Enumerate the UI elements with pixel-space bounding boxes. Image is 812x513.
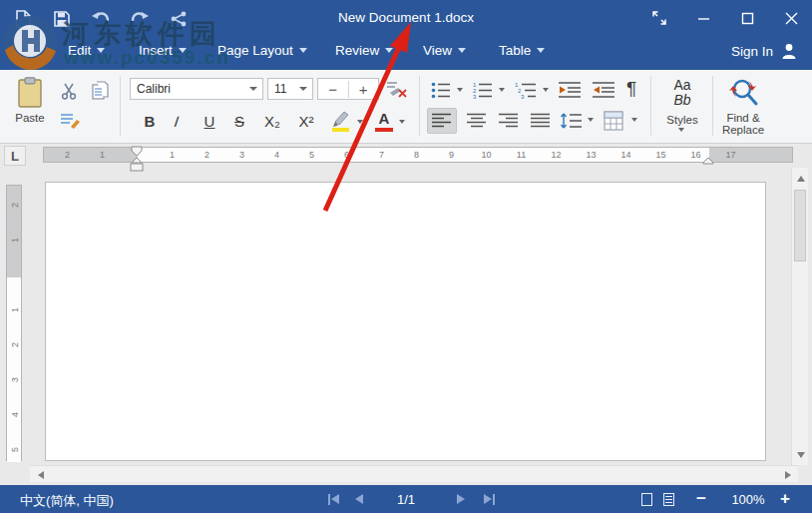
find-replace-button[interactable] — [726, 76, 762, 110]
paste-label: Paste — [12, 112, 48, 124]
ruler-numbers: 12345678910111213141516 — [155, 150, 713, 160]
font-name-select[interactable]: Calibri — [130, 78, 263, 100]
bold-button[interactable]: B — [140, 110, 160, 132]
increase-indent-icon — [592, 81, 615, 99]
format-painter-button[interactable] — [58, 110, 82, 132]
styles-button[interactable]: Aa Bb — [658, 75, 706, 111]
superscript-button[interactable]: X² — [293, 110, 319, 132]
font-size-select[interactable]: 11 — [267, 78, 313, 100]
zoom-out-button[interactable]: − — [692, 485, 710, 513]
font-color-swatch — [375, 128, 393, 132]
increase-font-size-button[interactable]: + — [349, 81, 379, 98]
menu-label: Review — [335, 43, 379, 58]
chevron-down-icon[interactable] — [543, 88, 549, 92]
chevron-down-icon — [179, 48, 187, 53]
justify-button[interactable] — [527, 108, 555, 134]
last-page-button[interactable] — [479, 485, 499, 513]
vertical-scrollbar-thumb[interactable] — [794, 190, 806, 261]
chevron-down-icon[interactable] — [631, 118, 637, 122]
find-replace-label-line1: Find & — [712, 112, 774, 124]
horizontal-scrollbar[interactable] — [30, 465, 798, 482]
align-right-button[interactable] — [495, 108, 523, 134]
page-indicator: 1/1 — [389, 485, 423, 513]
vertical-ruler[interactable]: 21 12345 — [6, 185, 22, 461]
tab-selector[interactable]: L — [4, 146, 26, 166]
strikethrough-button[interactable]: S — [229, 110, 249, 132]
menu-item-edit[interactable]: Edit — [68, 43, 105, 58]
chevron-down-icon[interactable] — [457, 88, 463, 92]
styles-preview-line2: Bb — [673, 93, 690, 108]
highlighter-icon — [329, 109, 351, 133]
chevron-down-icon[interactable] — [678, 128, 684, 132]
numbered-list-icon: 123 — [473, 81, 493, 99]
align-left-button[interactable] — [427, 108, 457, 134]
find-replace-label: Find & Replace — [712, 112, 774, 136]
status-bar: 中文(简体, 中国) 1/1 − 100% + — [0, 485, 812, 513]
clear-formatting-button[interactable] — [385, 79, 409, 99]
menu-item-view[interactable]: View — [423, 43, 466, 58]
chevron-down-icon[interactable] — [399, 120, 405, 124]
ruler-margin-numbers: 21 — [7, 188, 21, 257]
increase-indent-button[interactable] — [591, 79, 616, 101]
scroll-right-icon[interactable] — [780, 467, 795, 482]
table-borders-icon — [604, 111, 623, 131]
close-icon[interactable] — [778, 6, 804, 30]
numbered-list-button[interactable]: 123 — [471, 80, 495, 100]
menu-item-table[interactable]: Table — [499, 43, 545, 58]
first-page-button[interactable] — [323, 485, 343, 513]
sign-in-button[interactable]: Sign In — [731, 42, 798, 60]
menu-bar: Edit Insert Page Layout Review View Tabl… — [0, 36, 812, 70]
chevron-down-icon — [299, 48, 307, 53]
copy-icon — [92, 81, 110, 101]
zoom-level[interactable]: 100% — [726, 485, 770, 513]
svg-text:3: 3 — [521, 94, 525, 99]
window-controls — [646, 6, 804, 30]
paste-button[interactable] — [12, 76, 48, 110]
document-page[interactable] — [45, 182, 766, 461]
decrease-font-size-button[interactable]: − — [318, 81, 349, 98]
maximize-icon[interactable] — [734, 6, 760, 30]
left-indent-marker[interactable] — [131, 164, 143, 171]
menu-label: Insert — [139, 43, 173, 58]
chevron-down-icon[interactable] — [588, 118, 594, 122]
italic-button[interactable]: I — [166, 110, 187, 132]
menu-item-page-layout[interactable]: Page Layout — [217, 43, 307, 58]
align-center-button[interactable] — [463, 108, 491, 134]
font-color-button[interactable]: A — [373, 108, 395, 134]
outline-view-icon[interactable] — [660, 485, 676, 513]
underline-button[interactable]: U — [200, 110, 219, 132]
fullscreen-icon[interactable] — [646, 6, 672, 30]
person-icon — [780, 42, 798, 60]
scroll-left-icon[interactable] — [33, 467, 48, 482]
align-right-icon — [499, 113, 519, 129]
show-formatting-marks-button[interactable]: ¶ — [622, 76, 640, 102]
cut-button[interactable] — [58, 80, 80, 102]
styles-label: Styles — [658, 114, 706, 126]
vertical-scrollbar[interactable] — [791, 168, 808, 465]
minimize-icon[interactable] — [690, 6, 716, 30]
horizontal-ruler[interactable]: 21 12345678910111213141516 17 — [43, 147, 793, 163]
language-indicator[interactable]: 中文(简体, 中国) — [20, 492, 114, 510]
decrease-indent-icon — [558, 81, 582, 99]
menu-item-insert[interactable]: Insert — [139, 43, 187, 58]
menu-item-review[interactable]: Review — [335, 43, 393, 58]
bullet-list-icon — [431, 82, 451, 99]
zoom-in-button[interactable]: + — [776, 485, 794, 513]
chevron-down-icon[interactable] — [499, 88, 505, 92]
styles-preview-line1: Aa — [673, 78, 690, 93]
scissors-icon — [60, 82, 78, 100]
decrease-indent-button[interactable] — [557, 79, 583, 101]
next-page-button[interactable] — [453, 485, 469, 513]
scroll-down-icon[interactable] — [793, 447, 808, 462]
previous-page-button[interactable] — [351, 485, 367, 513]
borders-button[interactable] — [601, 108, 626, 134]
bullet-list-button[interactable] — [429, 80, 453, 100]
highlight-color-button[interactable] — [327, 108, 353, 134]
page-view-icon[interactable] — [638, 485, 654, 513]
subscript-button[interactable]: X₂ — [259, 110, 285, 132]
line-spacing-button[interactable] — [559, 108, 585, 134]
chevron-down-icon[interactable] — [357, 120, 363, 124]
copy-button[interactable] — [90, 80, 112, 102]
multilevel-list-button[interactable]: 123 — [513, 80, 539, 100]
scroll-up-icon[interactable] — [793, 171, 808, 186]
